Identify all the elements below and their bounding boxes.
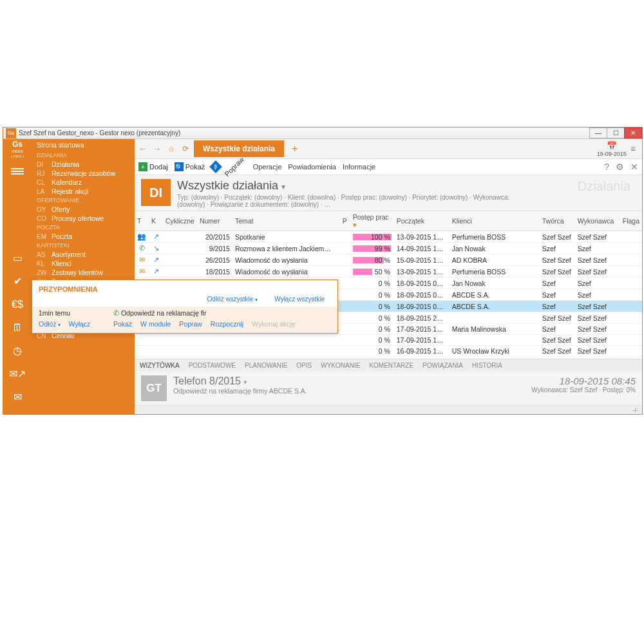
date-picker[interactable]: 📅 18-09-2015 [597,141,627,157]
module-name-faded: Działania [578,179,636,194]
sidebar-item[interactable]: LARejestr akcji [32,187,135,196]
column-header[interactable]: Klienci [450,211,540,231]
popup-title: PRZYPOMNIENIA [32,280,337,296]
show-link[interactable]: Pokaż [113,320,132,328]
disable-link[interactable]: Wyłącz [69,320,91,328]
detail-code-badge: GT [141,375,167,401]
phone-icon: ✆ [113,309,119,317]
notifications-menu[interactable]: Powiadomienia [288,163,336,171]
sidebar-item[interactable]: ZWZestawy klientów [32,268,135,277]
sidebar-start[interactable]: Strona startowa [32,139,135,151]
sidebar-item[interactable]: EMPoczta [32,232,135,241]
maximize-button[interactable]: ☐ [607,128,625,138]
fix-button[interactable]: ✎Popraw [211,162,246,171]
detail-tab[interactable]: HISTORIA [472,362,502,369]
reminder-time: 1min temu [39,309,109,317]
detail-datetime: 18-09-2015 08:45 [531,375,636,386]
column-header[interactable]: Numer [197,211,232,231]
home-button[interactable]: ⌂ [166,143,177,155]
breadcrumb-bar: ← → ⌂ ⟳ Wszystkie działania + 📅 18-09-20… [135,139,642,158]
sidebar-item[interactable]: ASAsortyment [32,250,135,259]
active-tab[interactable]: Wszystkie działania [194,140,284,157]
sidebar-item[interactable]: KLKlienci [32,259,135,268]
window-title: Szef Szef na Gestor_nexo - Gestor nexo (… [19,129,590,137]
module-mail-out-icon[interactable]: ✉↗ [3,363,32,386]
module-clock-icon[interactable]: ◷ [3,339,32,363]
table-row[interactable]: 0 %17-09-2015 1…Szef SzefSzef Szef [135,335,642,346]
column-header[interactable]: Początek [394,211,450,231]
help-icon[interactable]: ? [604,162,609,172]
view-code-badge: DI [141,179,171,206]
postpone-link[interactable]: Odłóż [39,320,61,328]
close-button[interactable]: ✕ [624,128,642,138]
detail-tab[interactable]: PODSTAWOWE [189,362,236,369]
sidebar-group-header: DZIAŁANIA [32,151,135,160]
sidebar-item[interactable]: OYOferty [32,205,135,214]
reminder-subject: ✆ Odpowiedź na reklamację fir [113,309,331,317]
view-title[interactable]: Wszystkie działania ▾ [177,179,538,193]
module-currency-icon[interactable]: €$ [3,293,32,316]
table-row[interactable]: ✉↗26/2015Wiadomość do wysłania80 %15-09-… [135,254,642,266]
gear-icon[interactable]: ⚙ [616,162,624,172]
info-menu[interactable]: Informacje [343,163,375,171]
menu-icon[interactable]: ≡ [630,144,636,154]
back-button[interactable]: ← [137,143,149,155]
filter-summary[interactable]: Typ: (dowolny) · Początek: (dowolny) · K… [177,194,538,208]
detail-tab[interactable]: PLANOWANIE [245,362,287,369]
detail-tab[interactable]: POWIĄZANIA [422,362,463,369]
disable-all-link[interactable]: Wyłącz wszystkie [274,296,325,303]
minimize-button[interactable]: — [589,128,607,138]
sidebar-item[interactable]: RJRezerwacje zasobów [32,169,135,178]
toolbar: +Dodaj 🔍Pokaż ✎Popraw Operacje Powiadomi… [135,158,642,175]
sidebar-group-header: KARTOTEKI [32,241,135,250]
show-button[interactable]: 🔍Pokaż [175,162,205,171]
sidebar-group-header: OFERTOWANIE [32,196,135,205]
app-window: { "window": { "title": "Szef Szef na Ges… [3,127,643,415]
title-bar: Gs Szef Szef na Gestor_nexo - Gestor nex… [3,128,642,139]
column-header[interactable]: Twórca [540,211,575,231]
sidebar-item[interactable]: COProcesy ofertowe [32,214,135,223]
module-strip: Gs nexo • PRO • ▭ ✔ €$ 🗓 ◷ ✉↗ ✉ [3,139,32,414]
postpone-all-link[interactable]: Odłóż wszystkie [207,296,258,303]
reminder-popup: PRZYPOMNIENIA Odłóż wszystkie Wyłącz wsz… [32,279,338,334]
new-tab-button[interactable]: + [287,143,303,155]
table-row[interactable]: ✆↘9/2015Rozmowa z klientem Jackiem…99 %1… [135,243,642,254]
column-header[interactable]: Temat [232,211,340,231]
column-header[interactable]: Cykliczne [163,211,197,231]
column-header[interactable]: Flaga [620,211,642,231]
table-row[interactable]: ✉↗18/2015Wiadomość do wysłania50 %13-09-… [135,266,642,278]
detail-header: GT Telefon 8/2015 ▾ Odpowiedź na reklama… [135,372,642,405]
module-check-icon[interactable]: ✔ [3,270,32,293]
column-header[interactable]: Wykonawca [575,211,620,231]
detail-tab[interactable]: WYKONANIE [321,362,360,369]
refresh-button[interactable]: ⟳ [180,143,191,155]
status-bar: -/- [135,405,642,414]
table-row[interactable]: 0 %16-09-2015 1…US Wrocław KrzykiSzef Sz… [135,346,642,357]
calendar-icon: 📅 [607,141,617,151]
detail-meta: Wykonawca: Szef Szef · Postęp: 0% [531,386,636,393]
fix-link[interactable]: Popraw [179,320,202,328]
detail-tab[interactable]: KOMENTARZE [369,362,413,369]
module-mail-icon[interactable]: ✉ [3,386,32,409]
table-row[interactable]: 👥↗20/2015Spotkanie100 %13-09-2015 1…Perf… [135,231,642,243]
module-calendar-icon[interactable]: 🗓 [3,316,32,339]
close-view-icon[interactable]: ✕ [630,162,638,172]
operations-menu[interactable]: Operacje [253,163,282,171]
module-cert-icon[interactable]: ▭ [3,247,32,270]
sidebar-item[interactable]: DIDziałania [32,160,135,169]
menu-toggle-icon[interactable] [11,167,24,176]
detail-tab[interactable]: WIZYTÓWKA [140,362,180,369]
start-link[interactable]: Rozpocznij [211,320,243,328]
in-module-link[interactable]: W module [140,320,171,328]
sidebar: Strona startowa DZIAŁANIADIDziałaniaRJRe… [32,139,135,414]
column-header[interactable]: K [149,211,163,231]
brand-logo: Gs nexo • PRO • [11,140,24,159]
column-header[interactable]: Postęp prac ▾ [350,211,394,231]
detail-tab[interactable]: OPIS [296,362,312,369]
column-header[interactable]: T [135,211,149,231]
column-header[interactable]: P [340,211,350,231]
sidebar-item[interactable]: CLKalendarz [32,178,135,187]
add-button[interactable]: +Dodaj [138,162,168,171]
detail-title[interactable]: Telefon 8/2015 ▾ [173,375,307,387]
forward-button[interactable]: → [151,143,163,155]
